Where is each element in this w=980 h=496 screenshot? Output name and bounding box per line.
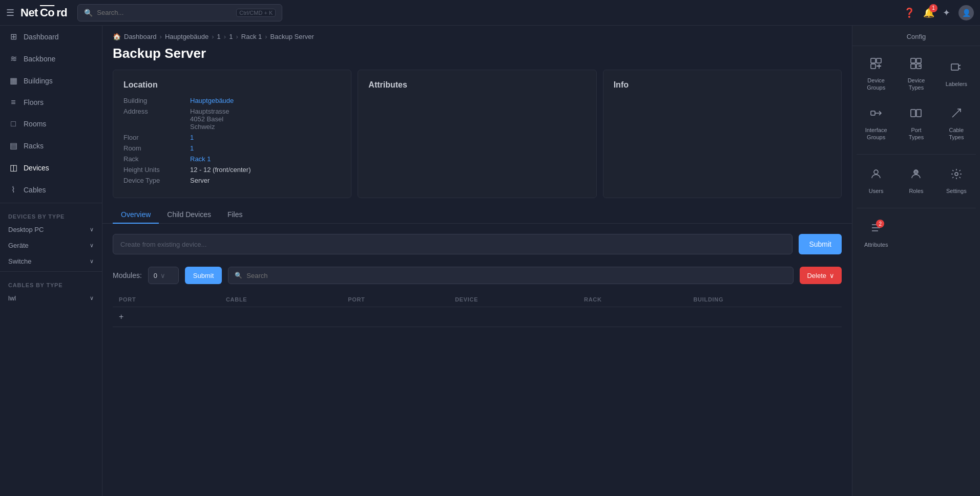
dtype-value: Server [190,177,210,184]
type-desktop-pc[interactable]: Desktop PC ∨ [0,222,102,238]
attributes-card: Attributes [358,70,596,198]
floor-value: 1 [190,134,194,141]
sidebar-item-buildings[interactable]: ▦ Buildings [0,70,102,92]
config-panel: Config DeviceGroups [852,26,980,496]
modules-chevron-icon: ∨ [160,272,165,279]
location-address-row: Address Hauptstrasse4052 BaselSchweiz [123,107,341,131]
modules-select[interactable]: 0 ∨ [148,267,179,284]
config-settings[interactable]: Settings [937,161,976,202]
info-title: Info [614,80,831,90]
building-value: Hauptgebäude [190,97,234,104]
search-input[interactable] [97,9,232,16]
breadcrumb-1b[interactable]: 1 [229,33,233,40]
create-input[interactable]: Create from existing device... [113,234,793,254]
notifications-icon[interactable]: 🔔 1 [923,7,934,18]
help-icon[interactable]: ❓ [904,7,915,18]
devices-by-type-section: DEVICES BY TYPE [0,209,102,222]
chevron-down-icon: ∨ [90,226,94,233]
svg-rect-13 [871,111,875,115]
floor-link[interactable]: 1 [190,134,194,141]
search-bar[interactable]: 🔍 Ctrl/CMD + K [77,4,282,21]
sidebar-item-label: Rooms [24,120,46,128]
delete-button[interactable]: Delete ∨ [800,267,842,284]
delete-label: Delete [807,272,826,279]
type-switche[interactable]: Switche ∨ [0,253,102,269]
floors-icon: ≡ [8,98,18,107]
config-users[interactable]: Users [857,161,895,202]
sidebar-item-label: Devices [24,164,49,172]
tab-child-devices[interactable]: Child Devices [159,206,219,224]
chevron-down-icon: ∨ [90,295,94,301]
device-types-label: DeviceTypes [908,77,925,92]
add-icon[interactable]: + [119,312,123,321]
breadcrumb-1a[interactable]: 1 [217,33,221,40]
labelers-icon [950,61,963,76]
breadcrumb: 🏠 Dashboard › Hauptgebäude › 1 › 1 › Rac… [102,26,852,46]
config-port-types[interactable]: PortTypes [896,100,935,148]
type-geraete[interactable]: Geräte ∨ [0,238,102,253]
empty-cell [342,307,449,327]
sidebar-item-floors[interactable]: ≡ Floors [0,92,102,113]
cables-icon: ⌇ [8,185,18,195]
port-types-icon [910,107,922,122]
menu-icon[interactable]: ☰ [6,7,14,18]
tab-content: Create from existing device... Submit Mo… [102,224,852,337]
rack-link[interactable]: Rack 1 [190,155,211,163]
config-cable-types[interactable]: CableTypes [937,100,976,148]
search-icon: 🔍 [235,272,242,279]
breadcrumb-home-icon: 🏠 [113,33,121,40]
config-attributes[interactable]: 2 Attributes [857,214,895,255]
building-link[interactable]: Hauptgebäude [190,97,234,104]
type-lwl[interactable]: lwl ∨ [0,290,102,306]
room-link[interactable]: 1 [190,144,194,152]
config-interface-groups[interactable]: InterfaceGroups [857,100,895,148]
breadcrumb-dashboard[interactable]: Dashboard [124,33,157,40]
modules-search[interactable]: 🔍 [228,267,794,284]
address-value: Hauptstrasse4052 BaselSchweiz [190,107,230,131]
add-cell[interactable]: + [113,307,220,327]
config-roles[interactable]: Roles [896,161,935,202]
breadcrumb-rack1[interactable]: Rack 1 [241,33,262,40]
avatar[interactable]: 👤 [958,5,974,20]
config-grid-2: Users Roles [852,157,980,206]
sidebar-item-racks[interactable]: ▤ Racks [0,135,102,157]
sun-icon[interactable]: ✦ [943,7,950,18]
search-icon: 🔍 [84,9,93,17]
empty-cell [449,307,578,327]
page-title: Backup Server [102,46,852,70]
tabs: Overview Child Devices Files [102,198,852,224]
config-labelers[interactable]: Labelers [937,50,976,99]
location-title: Location [123,80,341,90]
sidebar-item-dashboard[interactable]: ⊞ Dashboard [0,26,102,48]
modules-row: Modules: 0 ∨ Submit 🔍 Delete ∨ [113,267,842,284]
topbar-icons: ❓ 🔔 1 ✦ 👤 [904,5,974,20]
main-content: 🏠 Dashboard › Hauptgebäude › 1 › 1 › Rac… [102,26,852,496]
main-layout: ⊞ Dashboard ≋ Backbone ▦ Buildings ≡ Flo… [0,26,980,496]
location-dtype-row: Device Type Server [123,177,341,184]
sidebar-item-backbone[interactable]: ≋ Backbone [0,48,102,70]
port-types-label: PortTypes [909,126,924,141]
floor-label: Floor [123,134,190,141]
sidebar-item-cables[interactable]: ⌇ Cables [0,179,102,201]
tab-overview[interactable]: Overview [113,206,159,224]
svg-rect-6 [916,58,921,63]
modules-search-input[interactable] [246,272,787,279]
tab-files[interactable]: Files [219,206,251,224]
config-grid: DeviceGroups DeviceTypes [852,46,980,152]
sidebar-item-rooms[interactable]: □ Rooms [0,113,102,135]
building-label: Building [123,97,190,104]
buildings-icon: ▦ [8,76,18,85]
delete-chevron-icon: ∨ [829,272,835,279]
search-shortcut: Ctrl/CMD + K [236,9,276,17]
hu-value: 12 - 12 (front/center) [190,166,251,174]
sidebar-item-devices[interactable]: ◫ Devices [0,157,102,179]
config-grid-3: 2 Attributes [852,210,980,260]
modules-submit-button[interactable]: Submit [185,267,222,284]
breadcrumb-hauptgebaeude[interactable]: Hauptgebäude [165,33,208,40]
config-device-groups[interactable]: DeviceGroups [857,50,895,99]
config-device-types[interactable]: DeviceTypes [896,50,935,99]
location-hu-row: Height Units 12 - 12 (front/center) [123,166,341,174]
sidebar-item-label: Buildings [24,77,53,85]
create-submit-button[interactable]: Submit [799,234,842,254]
col-port2: PORT [342,292,449,307]
